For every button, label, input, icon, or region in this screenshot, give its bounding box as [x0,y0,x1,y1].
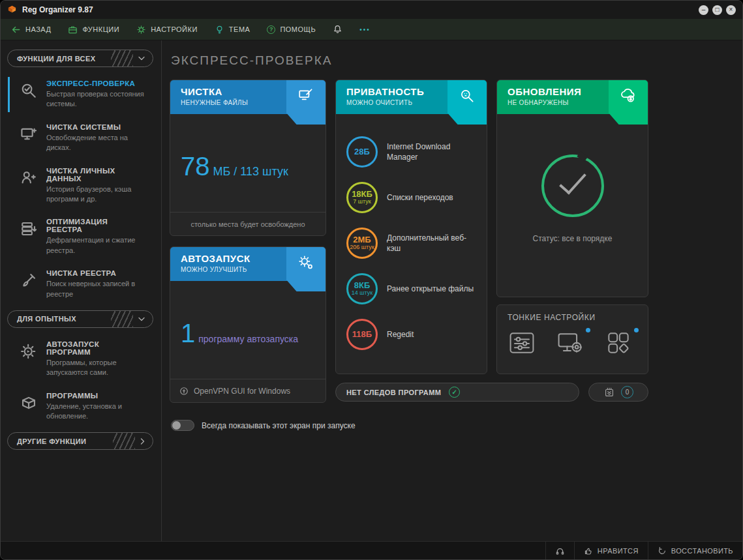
registry-optimization-icon [18,218,40,240]
privacy-ring: 118Б [346,319,378,350]
app-window: Reg Organizer 9.87 – □ × НАЗАД ФУНКЦИИ Н… [0,0,743,560]
briefcase-icon [68,25,78,35]
sidebar-item-autostart-programs[interactable]: АВТОЗАПУСК ПРОГРАММ Программы, которые з… [7,336,153,383]
cloud-download-icon [620,87,637,104]
program-traces-pill[interactable]: НЕТ СЛЕДОВ ПРОГРАММ ✓ [335,383,579,402]
maximize-button[interactable]: □ [712,5,722,15]
back-arrow-icon [11,25,21,35]
bottom-row: НЕТ СЛЕДОВ ПРОГРАММ ✓ 0 [335,383,648,402]
system-cleanup-icon [18,123,40,145]
check-mark-icon [559,166,586,194]
sliders-panel-icon[interactable] [508,329,536,357]
updates-body: Статус: все в порядке [497,114,648,243]
privacy-item-idm[interactable]: 28Б Internet Download Manager [346,136,479,168]
app-body: ФУНКЦИИ ДЛЯ ВСЕХ ЭКСПРЕСС-ПРОВЕРКА Быстр… [1,40,742,541]
titlebar: Reg Organizer 9.87 – □ × [1,1,742,19]
cleaning-footer: столько места будет освобождено [170,212,326,235]
autostart-card-icon-tab [286,247,326,291]
sidebar-item-programs[interactable]: ПРОГРАММЫ Удаление, установка и обновлен… [7,387,153,426]
settings-button[interactable]: НАСТРОЙКИ [136,25,198,35]
privacy-item-recent-files[interactable]: 8КБ 14 штук Ранее открытые файлы [346,273,479,304]
statusbar: НРАВИТСЯ ВОССТАНОВИТЬ [1,541,742,559]
privacy-card[interactable]: ПРИВАТНОСТЬ МОЖНО ОЧИСТИТЬ [335,80,487,374]
functions-button[interactable]: ФУНКЦИИ [68,25,119,35]
help-button[interactable]: ? ПОМОЩЬ [267,25,316,34]
magnifier-traces-icon [459,87,476,104]
minimize-button[interactable]: – [699,5,708,15]
notification-dot [586,328,590,332]
back-button[interactable]: НАЗАД [11,25,51,35]
toolbar: НАЗАД ФУНКЦИИ НАСТРОЙКИ ТЕМА ? ПОМОЩЬ [1,19,742,40]
window-title: Reg Organizer 9.87 [22,5,93,14]
restore-button[interactable]: ВОССТАНОВИТЬ [648,542,742,559]
updates-card[interactable]: ОБНОВЛЕНИЯ НЕ ОБНАРУЖЕНЫ [496,80,648,297]
chevron-down-icon [138,317,145,321]
broom-screen-icon [297,87,314,104]
privacy-item-regedit[interactable]: 118Б Regedit [346,319,479,350]
check-circle-icon: ✓ [449,387,460,398]
like-button[interactable]: НРАВИТСЯ [574,542,648,559]
sidebar: ФУНКЦИИ ДЛЯ ВСЕХ ЭКСПРЕСС-ПРОВЕРКА Быстр… [1,40,162,541]
privacy-item-webcache[interactable]: 2МБ 206 штук Дополнительный веб-кэш [346,228,479,259]
updates-ok-ring [541,155,604,217]
column-left: ЧИСТКА НЕНУЖНЫЕ ФАЙЛЫ 78 МБ / 113 штук [170,80,326,403]
column-right-group: ПРИВАТНОСТЬ МОЖНО ОЧИСТИТЬ [335,80,648,403]
fine-settings-icons [508,329,637,357]
gears-icon [297,254,314,271]
column-right: ОБНОВЛЕНИЯ НЕ ОБНАРУЖЕНЫ [496,80,648,374]
startup-toggle-row: Всегда показывать этот экран при запуске [171,420,733,431]
toggle-knob [172,421,181,430]
chip-download-icon [603,387,615,398]
notification-dot [634,328,639,332]
close-button[interactable]: × [726,5,736,15]
programs-box-icon [18,392,40,414]
sidebar-group-functions-for-all[interactable]: ФУНКЦИИ ДЛЯ ВСЕХ [7,50,153,67]
help-icon: ? [267,25,275,34]
sidebar-item-title: ЭКСПРЕСС-ПРОВЕРКА [46,80,145,87]
sidebar-item-express-check[interactable]: ЭКСПРЕСС-ПРОВЕРКА Быстрая проверка состо… [7,75,153,114]
updates-card-icon-tab [609,80,648,125]
chevron-down-icon [138,56,145,61]
cards-area: ЧИСТКА НЕНУЖНЫЕ ФАЙЛЫ 78 МБ / 113 штук [170,80,733,403]
chip-count-badge: 0 [621,386,633,398]
support-button[interactable] [545,542,574,559]
autostart-value: 1 программу автозапуска [170,319,326,348]
stripes-decoration [113,433,135,449]
fine-settings-card[interactable]: ТОНКИЕ НАСТРОЙКИ [496,304,648,374]
cleaning-value: 78 МБ / 113 штук [170,152,326,181]
sidebar-item-system-cleanup[interactable]: ЧИСТКА СИСТЕМЫ Освобождение места на дис… [7,119,153,158]
chevron-right-icon [140,438,145,445]
privacy-ring: 28Б [346,136,378,168]
sidebar-item-desc: Быстрая проверка состояния системы. [46,89,145,110]
toggle-label: Всегда показывать этот экран при запуске [202,421,356,430]
privacy-item-jumplists[interactable]: 18КБ 7 штук Списки переходов [346,182,479,213]
privacy-ring: 18КБ 7 штук [346,182,378,213]
sidebar-item-registry-optimization[interactable]: ОПТИМИЗАЦИЯ РЕЕСТРА Дефрагментация и сжа… [7,213,153,260]
cleaning-card[interactable]: ЧИСТКА НЕНУЖНЫЕ ФАЙЛЫ 78 МБ / 113 штук [170,80,326,236]
openvpn-icon [179,387,189,396]
window-controls: – □ × [699,5,736,15]
page-title: ЭКСПРЕСС-ПРОВЕРКА [171,53,733,68]
sidebar-group-advanced[interactable]: ДЛЯ ОПЫТНЫХ [7,310,153,328]
notifications-bell-icon[interactable] [333,24,342,35]
stripes-decoration [111,311,133,327]
restore-arrow-icon [658,546,667,555]
privacy-ring: 8КБ 14 штук [346,273,378,304]
sidebar-item-private-data-cleanup[interactable]: ЧИСТКА ЛИЧНЫХ ДАННЫХ История браузеров, … [7,162,153,209]
stripes-decoration [111,50,133,66]
more-menu-button[interactable]: ••• [359,26,371,33]
app-logo-icon [7,4,17,16]
autostart-card[interactable]: АВТОЗАПУСК МОЖНО УЛУЧШИТЬ 1 программу ав… [170,246,326,403]
apps-grid-icon[interactable] [604,329,633,357]
show-on-startup-toggle[interactable] [171,420,194,431]
chip-counter-pill[interactable]: 0 [588,383,648,402]
gear-icon [136,25,146,35]
fine-settings-title: ТОНКИЕ НАСТРОЙКИ [508,313,637,322]
cards-row-top: ПРИВАТНОСТЬ МОЖНО ОЧИСТИТЬ [335,80,648,374]
theme-button[interactable]: ТЕМА [215,25,250,35]
autostart-icon [18,340,40,362]
monitor-gear-icon[interactable] [556,329,584,357]
sidebar-item-registry-cleanup[interactable]: ЧИСТКА РЕЕСТРА Поиск неверных записей в … [7,265,153,304]
sidebar-other-functions[interactable]: ДРУГИЕ ФУНКЦИИ [7,432,153,450]
private-data-icon [18,167,40,189]
